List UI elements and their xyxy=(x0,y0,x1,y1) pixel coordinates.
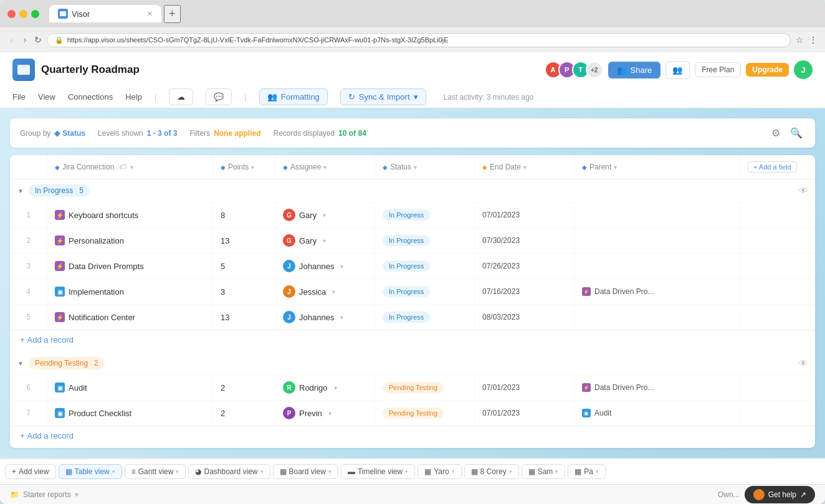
col-points[interactable]: ◆ Points ▾ xyxy=(213,155,275,179)
assignee-cell-1: G Gary ▾ xyxy=(275,202,375,227)
in-progress-badge: In Progress 5 xyxy=(29,184,90,197)
hide-pending-group-button[interactable]: 👁 xyxy=(799,358,808,368)
extra-cell-1 xyxy=(740,202,815,227)
assignee-dropdown-4[interactable]: ▾ xyxy=(332,288,335,295)
status-bar: 📁 Starter reports ▾ Own... Get help ↗ xyxy=(0,484,825,504)
levels-value[interactable]: 1 - 3 of 3 xyxy=(147,129,178,138)
cloud-button[interactable]: ☁ xyxy=(169,88,193,105)
records-value[interactable]: 10 of 84 xyxy=(338,129,366,138)
add-view-button[interactable]: + Add view xyxy=(5,464,56,479)
starter-dropdown-arrow[interactable]: ▾ xyxy=(75,490,79,499)
nav-help[interactable]: Help xyxy=(125,90,142,104)
nav-connections[interactable]: Connections xyxy=(68,90,113,104)
col-points-arrow[interactable]: ▾ xyxy=(251,164,254,171)
assignee-dropdown-3[interactable]: ▾ xyxy=(340,263,343,270)
group-pending-testing: ▼ Pending Testing 2 👁 6 ▣ Audit xyxy=(10,352,815,445)
col-parent-arrow[interactable]: ▾ xyxy=(614,164,617,171)
upgrade-button[interactable]: Upgrade xyxy=(746,63,789,77)
parent-cell-2 xyxy=(575,228,740,253)
table-view-arrow: ▾ xyxy=(112,468,115,475)
date-cell-6: 07/01/2023 xyxy=(475,375,575,400)
table-view-tab[interactable]: ▦ Table view ▾ xyxy=(59,464,122,479)
task-cell-4: ▣ Implementation xyxy=(47,279,213,304)
col-date-arrow[interactable]: ▾ xyxy=(523,164,527,171)
col-assignee-arrow[interactable]: ▾ xyxy=(323,164,327,171)
col-add-field[interactable]: + Add a field xyxy=(740,155,815,179)
group-by-value[interactable]: ◆ Status xyxy=(54,129,85,138)
traffic-lights[interactable] xyxy=(7,10,39,18)
chat-button[interactable]: 💬 xyxy=(206,88,232,105)
timeline-view-tab[interactable]: ▬ Timeline view ▾ xyxy=(341,464,415,479)
row-num-7: 7 xyxy=(10,401,47,426)
table-row: 5 ⚡ Notification Center 13 J Johannes ▾ xyxy=(10,304,815,330)
date-cell-4: 07/16/2023 xyxy=(475,279,575,304)
corey-view-tab[interactable]: ▦ 8 Corey ▾ xyxy=(464,464,519,479)
gantt-view-icon: ≡ xyxy=(131,467,136,476)
back-button[interactable]: ‹ xyxy=(7,33,16,47)
col-status-arrow[interactable]: ▾ xyxy=(414,164,417,171)
close-button[interactable] xyxy=(7,10,16,18)
nav-view[interactable]: View xyxy=(38,90,55,104)
team-button[interactable]: 👥 xyxy=(665,61,690,79)
group-header-pending[interactable]: ▼ Pending Testing 2 👁 xyxy=(10,352,815,374)
forward-button[interactable]: › xyxy=(21,33,29,47)
gantt-view-tab[interactable]: ≡ Gantt view ▾ xyxy=(125,464,186,479)
menu-button[interactable]: ⋮ xyxy=(809,35,818,45)
assignee-dropdown-2[interactable]: ▾ xyxy=(323,237,326,244)
get-help-button[interactable]: Get help ↗ xyxy=(745,486,815,503)
dashboard-view-tab[interactable]: ◕ Dashboard view ▾ xyxy=(188,464,270,479)
yaro-view-tab[interactable]: ▦ Yaro ▾ xyxy=(417,464,461,479)
tab-close-button[interactable]: ✕ xyxy=(147,10,153,18)
avatar-more[interactable]: +2 xyxy=(586,61,603,78)
assignee-dropdown-1[interactable]: ▾ xyxy=(323,212,326,219)
assignee-dropdown-7[interactable]: ▾ xyxy=(328,410,331,417)
filters-value[interactable]: None applied xyxy=(214,129,260,138)
minimize-button[interactable] xyxy=(19,10,27,18)
col-parent[interactable]: ◆ Parent ▾ xyxy=(575,155,740,179)
formatting-button[interactable]: 👥 Formatting xyxy=(259,88,328,105)
browser-toolbar: ‹ › ↻ 🔒 https://app.visor.us/sheets/CSO-… xyxy=(0,27,825,52)
pa-view-tab[interactable]: ▦ Pa ▾ xyxy=(568,464,606,479)
free-plan-badge[interactable]: Free Plan xyxy=(695,62,741,77)
assignee-dropdown-6[interactable]: ▾ xyxy=(334,384,337,391)
col-jira-arrow[interactable]: ▾ xyxy=(130,164,133,171)
col-assignee[interactable]: ◆ Assignee ▾ xyxy=(275,155,375,179)
assignee-avatar-6: R xyxy=(283,381,295,394)
nav-file[interactable]: File xyxy=(12,90,26,104)
col-date-icon: ◆ xyxy=(482,164,487,171)
new-tab-button[interactable]: + xyxy=(164,5,181,23)
assignee-cell-6: R Rodrigo ▾ xyxy=(275,375,375,400)
refresh-button[interactable]: ↻ xyxy=(34,35,42,45)
bookmark-button[interactable]: ☆ xyxy=(796,35,804,45)
nav-divider: | xyxy=(155,92,156,102)
sync-icon: ↻ xyxy=(348,92,355,102)
add-record-pending[interactable]: + Add a record xyxy=(10,426,815,445)
add-field-button[interactable]: + Add a field xyxy=(748,161,797,173)
date-cell-5: 08/03/2023 xyxy=(475,305,575,330)
hide-group-button[interactable]: 👁 xyxy=(799,186,808,196)
col-jira[interactable]: ◆ Jira Connection 🏷 ▾ xyxy=(47,155,213,179)
task-icon-3: ⚡ xyxy=(55,261,65,271)
task-icon-2: ⚡ xyxy=(55,235,65,245)
sync-import-button[interactable]: ↻ Sync & Import ▾ xyxy=(340,88,426,105)
starter-reports-text[interactable]: Starter reports xyxy=(23,490,71,499)
maximize-button[interactable] xyxy=(31,10,39,18)
col-end-date[interactable]: ◆ End Date ▾ xyxy=(475,155,575,179)
points-cell-3: 5 xyxy=(213,254,275,278)
settings-icon[interactable]: ⚙ xyxy=(769,125,783,141)
col-status[interactable]: ◆ Status ▾ xyxy=(375,155,475,179)
table-row: 7 ▣ Product Checklist 2 P Previn ▾ Pend xyxy=(10,400,815,426)
add-record-in-progress[interactable]: + Add a record xyxy=(10,330,815,349)
active-tab[interactable]: Visor ✕ xyxy=(49,5,161,22)
user-avatar[interactable]: J xyxy=(794,60,813,79)
nav-divider-2: | xyxy=(244,92,246,102)
app-nav: File View Connections Help | ☁ 💬 | 👥 For… xyxy=(12,86,813,108)
address-bar[interactable]: 🔒 https://app.visor.us/sheets/CSO-sGm7QT… xyxy=(47,33,791,47)
assignee-dropdown-5[interactable]: ▾ xyxy=(340,314,343,321)
board-view-tab[interactable]: ▦ Board view ▾ xyxy=(273,464,338,479)
group-header-in-progress[interactable]: ▼ In Progress 5 👁 xyxy=(10,179,815,202)
sam-view-tab[interactable]: ▦ Sam ▾ xyxy=(522,464,566,479)
search-icon[interactable]: 🔍 xyxy=(788,125,805,141)
assignee-cell-3: J Johannes ▾ xyxy=(275,254,375,278)
share-button[interactable]: 👥 Share xyxy=(608,62,661,78)
